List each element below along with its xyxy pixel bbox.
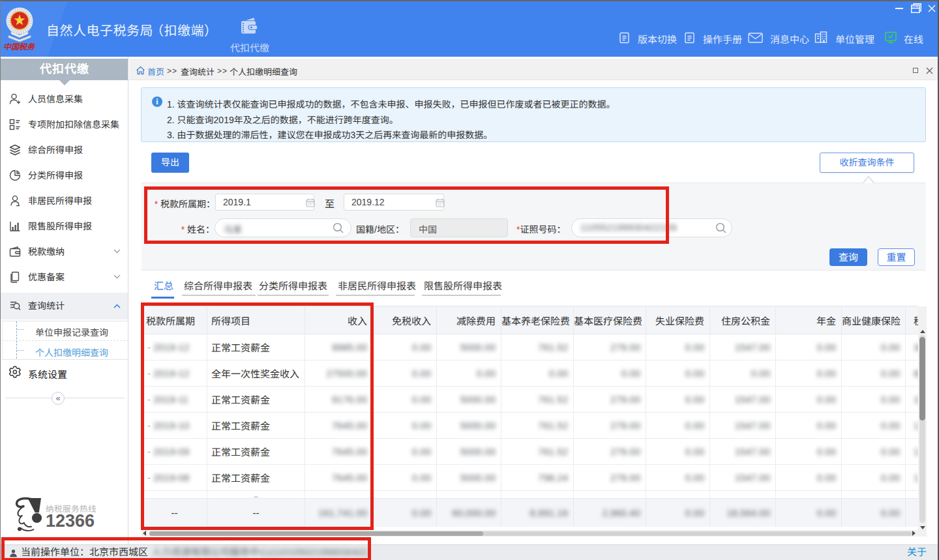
svg-text:中国税务: 中国税务 (3, 40, 36, 51)
